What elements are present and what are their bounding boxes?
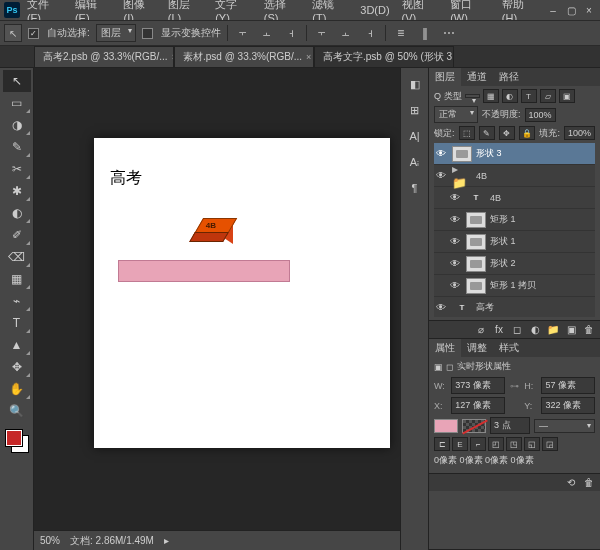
stroke-style-dropdown[interactable]: —	[534, 419, 595, 433]
align-left-icon[interactable]: ⫟	[234, 24, 252, 42]
layer-name[interactable]: 高考	[476, 301, 592, 314]
document-tab[interactable]: 高考2.psb @ 33.3%(RGB/...×	[34, 46, 174, 67]
layer-name[interactable]: 4B	[476, 171, 592, 181]
swatches-panel-icon[interactable]: ⊞	[405, 100, 425, 120]
panel-tab-styles[interactable]: 样式	[493, 339, 525, 357]
filter-smart-icon[interactable]: ▣	[559, 89, 575, 103]
layer-row[interactable]: 👁 形状 1	[434, 231, 595, 253]
layer-name[interactable]: 矩形 1	[490, 213, 592, 226]
filter-adjust-icon[interactable]: ◐	[502, 89, 518, 103]
layer-row[interactable]: 👁 形状 2	[434, 253, 595, 275]
layer-name[interactable]: 4B	[490, 193, 592, 203]
layer-thumb[interactable]	[466, 234, 486, 250]
layer-thumb[interactable]	[466, 212, 486, 228]
auto-select-dropdown[interactable]: 图层	[96, 24, 136, 42]
eyedropper-tool[interactable]: ✱	[3, 180, 31, 202]
pen-tool[interactable]: ⌁	[3, 290, 31, 312]
layer-name[interactable]: 矩形 1 拷贝	[490, 279, 592, 292]
more-options-icon[interactable]: ⋯	[440, 24, 458, 42]
stroke-align-icon[interactable]: ⊏	[434, 437, 450, 451]
menu-3d[interactable]: 3D(D)	[355, 2, 394, 18]
fill-color-swatch[interactable]	[434, 419, 458, 433]
marquee-tool[interactable]: ▭	[3, 92, 31, 114]
character-panel-icon[interactable]: A|	[405, 126, 425, 146]
corner-br-icon[interactable]: ◲	[542, 437, 558, 451]
visibility-toggle[interactable]: 👁	[448, 214, 462, 225]
corner-tl-icon[interactable]: ◰	[488, 437, 504, 451]
status-arrow-icon[interactable]: ▸	[164, 535, 169, 546]
props-trash-icon[interactable]: 🗑	[582, 476, 596, 490]
visibility-toggle[interactable]: 👁	[448, 236, 462, 247]
layer-name[interactable]: 形状 2	[490, 257, 592, 270]
layer-group-icon[interactable]: 📁	[546, 323, 560, 337]
tool-preset-icon[interactable]: ↖	[4, 24, 22, 42]
join-icon[interactable]: ⌐	[470, 437, 486, 451]
document-tab-active[interactable]: 高考文字.psb @ 50% (形状 3 , RGB/8#) *×	[314, 46, 454, 67]
type-layer-icon[interactable]: T	[466, 190, 486, 206]
height-input[interactable]: 57 像素	[541, 377, 595, 394]
adjustment-layer-icon[interactable]: ◐	[528, 323, 542, 337]
corner-tr-icon[interactable]: ◳	[506, 437, 522, 451]
layer-fx-icon[interactable]: fx	[492, 323, 506, 337]
lock-transparent-icon[interactable]: ⬚	[459, 126, 475, 140]
zoom-tool[interactable]: 🔍	[3, 400, 31, 422]
lock-all-icon[interactable]: 🔒	[519, 126, 535, 140]
distribute-v-icon[interactable]: ‖	[416, 24, 434, 42]
link-wh-icon[interactable]: ⊶	[509, 381, 520, 391]
x-input[interactable]: 127 像素	[451, 397, 505, 414]
align-top-icon[interactable]: ⫟	[313, 24, 331, 42]
new-layer-icon[interactable]: ▣	[564, 323, 578, 337]
fill-input[interactable]: 100%	[564, 126, 595, 140]
distribute-h-icon[interactable]: ≡	[392, 24, 410, 42]
opacity-input[interactable]: 100%	[525, 108, 556, 122]
layer-thumb[interactable]	[466, 278, 486, 294]
folder-icon[interactable]: ▸📁	[452, 168, 472, 184]
layer-name[interactable]: 形状 1	[490, 235, 592, 248]
panel-tab-channels[interactable]: 通道	[461, 68, 493, 86]
blend-mode-dropdown[interactable]: 正常	[434, 106, 478, 123]
document-tab[interactable]: 素材.psd @ 33.3%(RGB/...×	[174, 46, 314, 67]
visibility-toggle[interactable]: 👁	[434, 170, 448, 181]
visibility-toggle[interactable]: 👁	[434, 148, 448, 159]
delete-layer-icon[interactable]: 🗑	[582, 323, 596, 337]
filter-shape-icon[interactable]: ▱	[540, 89, 556, 103]
corner-bl-icon[interactable]: ◱	[524, 437, 540, 451]
hand-tool[interactable]: ✋	[3, 378, 31, 400]
props-extra-icon[interactable]: ⟲	[564, 476, 578, 490]
eraser-tool[interactable]: ⌫	[3, 246, 31, 268]
show-transform-checkbox[interactable]	[142, 28, 153, 39]
path-select-tool[interactable]: ▲	[3, 334, 31, 356]
window-maximize[interactable]: ▢	[564, 4, 578, 16]
width-input[interactable]: 373 像素	[451, 377, 505, 394]
quick-select-tool[interactable]: ✎	[3, 136, 31, 158]
layer-row[interactable]: 👁 矩形 1	[434, 209, 595, 231]
type-tool[interactable]: T	[3, 312, 31, 334]
layer-thumb[interactable]	[466, 256, 486, 272]
window-close[interactable]: ×	[582, 4, 596, 16]
layer-row[interactable]: 👁 ▸📁 4B	[434, 165, 595, 187]
heal-tool[interactable]: ◐	[3, 202, 31, 224]
paragraph-panel-icon[interactable]: ¶	[405, 178, 425, 198]
visibility-toggle[interactable]: 👁	[448, 258, 462, 269]
move-tool[interactable]: ↖	[3, 70, 31, 92]
brush-tool[interactable]: ✐	[3, 224, 31, 246]
panel-tab-paths[interactable]: 路径	[493, 68, 525, 86]
layer-mask-icon[interactable]: ◻	[510, 323, 524, 337]
layer-row[interactable]: 👁 矩形 1 拷贝	[434, 275, 595, 297]
auto-select-checkbox[interactable]	[28, 28, 39, 39]
layer-name[interactable]: 形状 3	[476, 147, 592, 160]
layer-kind-dropdown[interactable]	[465, 94, 480, 98]
lasso-tool[interactable]: ◑	[3, 114, 31, 136]
cap-icon[interactable]: E	[452, 437, 468, 451]
filter-type-icon[interactable]: T	[521, 89, 537, 103]
canvas-shape-selected[interactable]	[118, 260, 290, 282]
panel-tab-adjustments[interactable]: 调整	[461, 339, 493, 357]
align-center-h-icon[interactable]: ⫠	[258, 24, 276, 42]
zoom-level[interactable]: 50%	[40, 535, 60, 546]
lock-position-icon[interactable]: ✥	[499, 126, 515, 140]
foreground-color[interactable]	[6, 430, 22, 446]
panel-tab-layers[interactable]: 图层	[429, 68, 461, 86]
layer-thumb[interactable]	[452, 146, 472, 162]
filter-pixel-icon[interactable]: ▦	[483, 89, 499, 103]
y-input[interactable]: 322 像素	[541, 397, 595, 414]
